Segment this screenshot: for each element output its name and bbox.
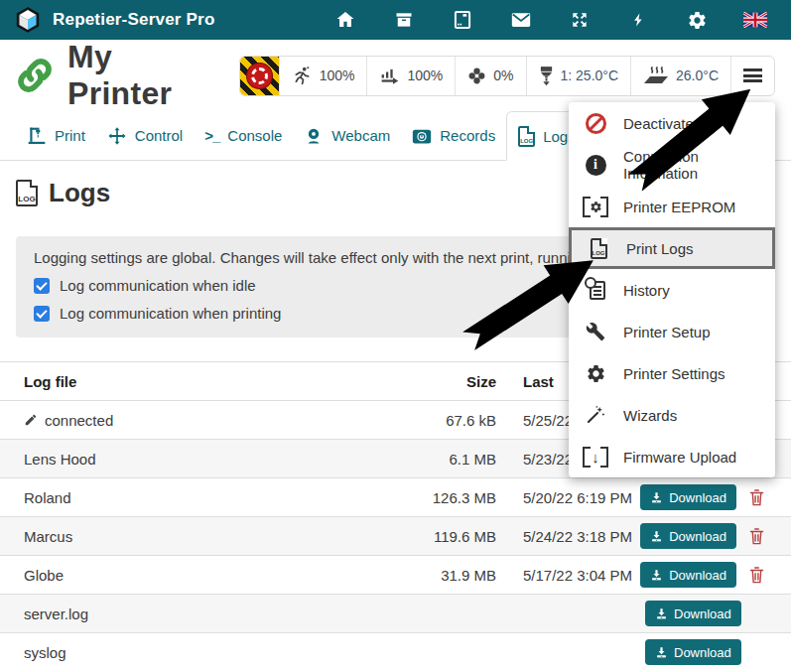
fan-icon [467,67,486,85]
table-row: syslog Download [0,632,791,671]
tab-control[interactable]: Control [96,111,194,160]
menu-item-label: Print Logs [626,240,694,257]
messages-icon[interactable] [509,8,533,32]
table-row: Roland 126.3 MB 5/20/22 6:19 PM Download [0,477,791,516]
settings-gear-icon[interactable] [685,8,709,32]
tab-label: Records [440,127,495,144]
flow-value: 100% [407,67,443,83]
print-icon [27,126,47,146]
records-icon [412,127,432,145]
checkbox-label: Log communication when printing [60,305,281,322]
emergency-stop-button[interactable] [240,57,278,95]
speed-chip[interactable]: 100% [279,57,367,95]
print-queue-icon[interactable] [451,8,474,32]
download-button[interactable]: Download [645,601,741,626]
menu-item-print-logs[interactable]: Print Logs [569,227,775,269]
page-title-text: Logs [49,178,110,208]
menu-item-history[interactable]: History [569,269,775,311]
logs-icon [16,180,38,206]
download-button[interactable]: Download [640,484,736,510]
navbar-icons [333,8,777,32]
top-navbar: Repetier-Server Pro [0,0,791,40]
printer-menu-button[interactable] [730,57,774,95]
menu-item-connection-information[interactable]: Connection Information [569,144,775,186]
flow-icon [379,66,400,85]
menu-item-label: Printer Setup [623,324,711,340]
log-file-name: Marcus [24,528,72,545]
delete-trash-icon[interactable] [748,566,765,585]
menu-item-deactivate[interactable]: Deactivate [569,102,775,144]
fan-value: 0% [493,67,513,83]
col-header-size: Size [402,373,496,390]
printer-name: My Printer [67,39,225,112]
expand-icon[interactable] [568,8,592,32]
download-button[interactable]: Download [640,562,736,588]
log-file-size: 119.6 MB [402,528,496,545]
tab-records[interactable]: Records [401,111,506,160]
menu-item-printer-settings[interactable]: Printer Settings [569,352,775,394]
tab-label: Control [135,127,183,144]
log-file-size: 67.6 kB [402,412,496,429]
speed-icon [292,66,313,86]
menu-item-firmware-upload[interactable]: ↓ Firmware Upload [569,436,775,477]
info-icon [583,155,608,176]
tab-label: Webcam [331,127,390,144]
tab-label: Print [55,127,85,144]
delete-trash-icon[interactable] [748,527,765,546]
table-row: Globe 31.9 MB 5/17/22 3:04 PM Download [0,555,791,594]
connection-link-icon [16,57,54,94]
hamburger-menu-icon [743,68,762,82]
language-flag-icon[interactable] [743,8,767,32]
log-file-date: 5/17/22 3:04 PM [496,567,645,584]
speed-value: 100% [320,67,355,83]
power-icon[interactable] [626,8,650,32]
wrench-icon [583,322,608,341]
tab-webcam[interactable]: Webcam [293,111,401,160]
menu-item-printer-eeprom[interactable]: Printer EEPROM [569,186,775,227]
log-file-name: server.log [24,605,88,622]
flow-chip[interactable]: 100% [366,57,455,95]
bed-temp-value: 26.0°C [676,67,719,83]
tab-print[interactable]: Print [16,111,96,160]
control-icon [107,126,127,146]
edit-pencil-icon [24,413,38,427]
download-button[interactable]: Download [645,639,741,665]
checkbox-label: Log communication when idle [60,277,256,294]
log-file-size: 126.3 MB [402,489,496,506]
fan-chip[interactable]: 0% [455,57,525,95]
webcam-icon [304,126,324,146]
menu-item-label: Printer EEPROM [623,199,735,215]
firmware-chip-icon: ↓ [583,447,608,468]
menu-item-label: Firmware Upload [623,449,736,466]
repetier-logo-icon [14,6,42,34]
print-logs-icon [586,238,611,259]
log-file-name: connected [45,412,113,429]
menu-item-wizards[interactable]: Wizards [569,394,775,436]
menu-item-label: Connection Information [623,148,761,182]
bed-temp-chip[interactable]: 26.0°C [630,57,730,95]
delete-trash-icon[interactable] [748,488,765,507]
extruder-temp-chip[interactable]: 1: 25.0°C [526,57,631,95]
menu-item-label: Wizards [623,407,677,424]
printer-header: My Printer 100% 100% 0% [0,40,791,111]
extruder-temp-value: 1: 25.0°C [561,67,619,83]
home-icon[interactable] [333,8,357,32]
logs-icon [518,126,535,147]
download-button[interactable]: Download [640,523,736,549]
history-icon [583,281,608,300]
extruder-icon [539,66,554,86]
checkbox-checked-icon[interactable] [34,306,50,322]
magic-wand-icon [583,405,608,425]
log-file-size: 6.1 MB [402,451,496,468]
log-file-date: 5/24/22 3:18 PM [496,528,645,545]
deactivate-icon [583,113,608,134]
table-row: Marcus 119.6 MB 5/24/22 3:18 PM Download [0,516,791,555]
menu-item-printer-setup[interactable]: Printer Setup [569,311,775,352]
printer-menu-dropdown: Deactivate Connection Information Printe… [569,102,775,477]
checkbox-checked-icon[interactable] [34,278,50,294]
tab-console[interactable]: >_ Console [194,111,293,160]
archive-box-icon[interactable] [392,8,416,32]
menu-item-label: Printer Settings [623,365,725,382]
log-file-name: Globe [24,567,64,584]
log-file-name: Roland [24,489,71,506]
